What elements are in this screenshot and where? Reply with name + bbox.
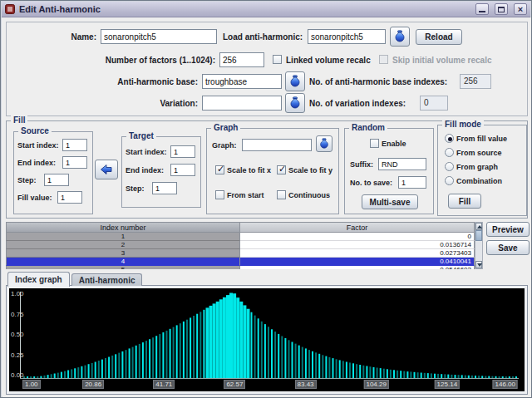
- random-group: Random Enable Suffix: No. to save: Multi…: [344, 128, 434, 214]
- linked-volume-recalc-checkbox[interactable]: [273, 55, 282, 64]
- suffix-field[interactable]: [378, 158, 426, 170]
- table-body: 1020.013671430.027340340.041004150.05466…: [6, 233, 483, 269]
- index-cell: 4: [6, 258, 240, 266]
- column-header-index-number[interactable]: Index number: [6, 222, 240, 233]
- scroll-down-button[interactable]: [475, 261, 482, 268]
- radio-from-source[interactable]: [445, 148, 454, 157]
- source-end-index-field[interactable]: [62, 156, 87, 169]
- from-start-checkbox[interactable]: [215, 190, 224, 199]
- preview-button[interactable]: Preview: [486, 222, 530, 237]
- no-to-save-field[interactable]: [398, 176, 426, 189]
- x-tick-label: 83.43: [295, 380, 317, 389]
- arrow-down-icon: [477, 263, 482, 267]
- anti-harmonic-base-field[interactable]: [202, 74, 282, 89]
- number-of-factors-label: Number of factors (1..1024):: [106, 56, 215, 65]
- maximize-button[interactable]: [495, 3, 508, 15]
- reload-button[interactable]: Reload: [416, 29, 462, 45]
- fill-button[interactable]: Fill: [448, 194, 481, 209]
- anti-harmonic-base-label: Anti-harmonic base:: [117, 77, 198, 86]
- continuous-label: Continuous: [288, 191, 330, 199]
- factor-cell: 0.0410041: [240, 258, 475, 266]
- scrollbar-thumb[interactable]: [475, 230, 482, 241]
- name-label: Name:: [71, 32, 96, 42]
- tab-anti-harmonic[interactable]: Anti-harmonic: [71, 273, 143, 286]
- scale-to-fit-y-label: Scale to fit y: [288, 166, 332, 174]
- multi-save-button[interactable]: Multi-save: [362, 194, 418, 209]
- content: Name: Load anti-harmonic: Reload Number …: [2, 17, 531, 397]
- source-step-label: Step:: [17, 176, 37, 184]
- factor-cell: 0.0273403: [240, 249, 475, 258]
- target-end-index-field[interactable]: [170, 164, 195, 176]
- graph-load-button[interactable]: [316, 135, 332, 152]
- variation-indexes-label: No. of variation indexes:: [309, 99, 406, 108]
- table-row[interactable]: 50.0546602: [6, 266, 483, 269]
- fill-panel: Fill Source Start index: End index: Step…: [6, 120, 528, 219]
- tab-index-graph[interactable]: Index graph: [7, 272, 70, 287]
- variation-indexes-value: 0: [420, 96, 448, 111]
- transfer-button[interactable]: [95, 160, 118, 179]
- x-tick-label: 1.00: [22, 380, 41, 389]
- random-enable-checkbox[interactable]: [370, 139, 379, 148]
- target-start-index-field[interactable]: [170, 145, 195, 158]
- graph-field[interactable]: [242, 139, 312, 151]
- close-button[interactable]: ×: [514, 3, 527, 15]
- radio-from-graph[interactable]: [445, 162, 454, 171]
- load-button[interactable]: [390, 27, 410, 47]
- table-row[interactable]: 10: [6, 233, 483, 241]
- name-field[interactable]: [101, 29, 217, 44]
- base-load-button[interactable]: [285, 71, 305, 91]
- continuous-checkbox[interactable]: [277, 190, 286, 199]
- scale-to-fit-x-checkbox[interactable]: [215, 165, 224, 174]
- x-tick-label: 41.71: [153, 380, 175, 389]
- source-start-index-label: Start index:: [17, 141, 59, 150]
- scale-to-fit-y-checkbox[interactable]: [277, 165, 286, 174]
- minimize-button[interactable]: [475, 3, 489, 15]
- radio-from-fill-value[interactable]: [445, 134, 454, 143]
- variation-load-button[interactable]: [285, 93, 305, 113]
- radio-combination[interactable]: [445, 176, 454, 185]
- table-row[interactable]: 20.0136714: [6, 241, 483, 249]
- factor-table: Index number Factor 1020.013671430.02734…: [6, 222, 483, 269]
- table-scrollbar[interactable]: [475, 222, 483, 269]
- blue-jar-load-icon: [393, 30, 406, 43]
- fill-mode-group: Fill mode From fill value From source Fr…: [437, 125, 527, 216]
- source-step-field[interactable]: [44, 174, 69, 186]
- target-start-index-label: Start index:: [126, 148, 167, 156]
- table-header: Index number Factor: [6, 222, 483, 233]
- index-cell: 5: [6, 266, 240, 269]
- target-group: Target Start index: End index: Step:: [121, 136, 201, 208]
- variation-field[interactable]: [202, 96, 282, 111]
- target-group-title: Target: [126, 131, 156, 140]
- factor-cell: 0.0546602: [240, 266, 475, 269]
- index-graph-bars: [22, 292, 518, 378]
- radio-from-source-label: From source: [456, 149, 502, 157]
- left-arrow-icon: [100, 163, 113, 176]
- random-group-title: Random: [349, 123, 387, 132]
- random-enable-label: Enable: [382, 140, 406, 148]
- blue-jar-load-icon: [288, 75, 302, 88]
- source-fill-value-field[interactable]: [57, 191, 82, 204]
- x-tick-label: 104.29: [363, 380, 388, 389]
- graph-group: Graph Graph: Scale to fit x Scale to fit…: [206, 128, 339, 214]
- table-row[interactable]: 30.0273403: [6, 249, 483, 258]
- column-header-factor[interactable]: Factor: [240, 222, 475, 233]
- top-form-panel: Name: Load anti-harmonic: Reload Number …: [6, 22, 528, 116]
- table-row[interactable]: 40.0410041: [6, 258, 483, 266]
- skip-initial-volume-recalc-checkbox: [379, 55, 388, 64]
- scroll-up-button[interactable]: [475, 223, 482, 230]
- variation-label: Variation:: [160, 99, 198, 108]
- minimize-icon: [479, 11, 485, 12]
- save-button[interactable]: Save: [486, 240, 530, 255]
- x-tick-label: 125.14: [435, 380, 460, 389]
- number-of-factors-field[interactable]: [219, 52, 264, 67]
- load-anti-harmonic-field[interactable]: [308, 29, 386, 44]
- base-indexes-label: No. of anti-harmonic base indexes:: [309, 77, 447, 86]
- graph-pane: 1.000.750.500.250.00 1.0020.8641.7162.57…: [6, 285, 528, 395]
- suffix-label: Suffix:: [350, 160, 373, 169]
- target-step-field[interactable]: [152, 182, 177, 194]
- linked-volume-recalc-label: Linked volume recalc: [286, 56, 371, 65]
- source-start-index-field[interactable]: [62, 139, 87, 151]
- close-icon: ×: [515, 4, 526, 14]
- titlebar[interactable]: Edit Anti-harmonic ×: [2, 2, 530, 17]
- index-cell: 2: [6, 241, 240, 249]
